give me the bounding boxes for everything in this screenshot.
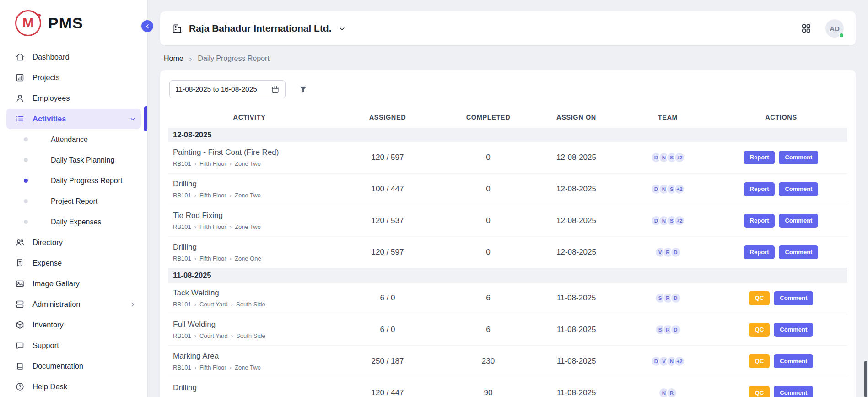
comment-button[interactable]: Comment <box>779 245 818 259</box>
qc-button[interactable]: QC <box>749 386 770 397</box>
breadcrumb-current: Daily Progress Report <box>198 54 270 63</box>
comment-button[interactable]: Comment <box>774 291 813 305</box>
completed-cell: 0 <box>445 248 532 257</box>
sidebar-item-administration[interactable]: Administration <box>6 294 141 315</box>
qc-button[interactable]: QC <box>749 291 770 305</box>
activity-cell: Tie Rod Fixing RB101›Fifth Floor›Zone Tw… <box>168 207 330 234</box>
scrollbar-thumb[interactable] <box>864 361 867 397</box>
avatar-initials: AD <box>830 25 840 33</box>
documentation-icon <box>15 361 25 371</box>
assigned-cell: 120 / 597 <box>330 248 445 257</box>
sidebar-item-activities[interactable]: Activities <box>6 109 141 129</box>
team-cell: NR <box>621 387 715 397</box>
app-root: M PMS Dashboard Projects Employees Activ… <box>0 0 868 397</box>
topbar-right: AD <box>801 19 844 38</box>
comment-button[interactable]: Comment <box>774 354 813 368</box>
activity-name: Tack Welding <box>173 288 329 298</box>
location-segment: South Side <box>236 332 265 339</box>
qc-button[interactable]: QC <box>749 354 770 368</box>
activity-location: RB101›Fifth Floor›Zone Two <box>173 223 329 230</box>
team-more-count: +2 <box>674 184 685 195</box>
filter-row: 11-08-2025 to 16-08-2025 <box>168 79 847 107</box>
logo: M PMS <box>0 0 147 46</box>
sidebar-subitem-daily-task-planning[interactable]: Daily Task Planning <box>6 150 141 170</box>
sidebar-item-directory[interactable]: Directory <box>6 232 141 253</box>
sidebar-item-employees[interactable]: Employees <box>6 88 141 109</box>
chevron-right-icon: › <box>230 364 232 370</box>
comment-button[interactable]: Comment <box>779 182 818 196</box>
date-range-input[interactable]: 11-08-2025 to 16-08-2025 <box>169 80 286 98</box>
team-avatar: D <box>670 324 681 335</box>
comment-button[interactable]: Comment <box>774 323 813 337</box>
report-button[interactable]: Report <box>744 245 775 259</box>
sidebar-item-label: Dashboard <box>32 53 70 61</box>
qc-button[interactable]: QC <box>749 323 770 337</box>
actions-cell: QCComment <box>715 386 847 397</box>
activity-name: Full Welding <box>173 320 329 329</box>
comment-button[interactable]: Comment <box>779 214 818 228</box>
date-group-header: 12-08-2025 <box>168 128 847 142</box>
sidebar-item-image-gallary[interactable]: Image Gallary <box>6 273 141 294</box>
team-more-count: +2 <box>674 356 685 367</box>
team-cell: DNS+2 <box>621 184 715 195</box>
sidebar-item-documentation[interactable]: Documentation <box>6 356 141 376</box>
breadcrumb-home[interactable]: Home <box>164 54 183 63</box>
completed-cell: 0 <box>445 216 532 225</box>
activity-location: RB101›Fifth Floor›Zone Two <box>173 192 329 199</box>
table-row: Tack Welding RB101›Court Yard›South Side… <box>168 283 847 314</box>
location-segment: Zone Two <box>235 192 261 199</box>
activity-location: RB101›Fifth Floor›Zone Two <box>173 364 329 371</box>
location-segment: Court Yard <box>199 301 228 308</box>
team-more-count: +2 <box>674 152 685 163</box>
filter-icon[interactable] <box>298 85 308 94</box>
comment-button[interactable]: Comment <box>779 151 818 164</box>
sidebar-item-inventory[interactable]: Inventory <box>6 315 141 335</box>
report-button[interactable]: Report <box>744 214 775 228</box>
location-segment: RB101 <box>173 301 191 308</box>
sidebar-item-projects[interactable]: Projects <box>6 67 141 88</box>
team-cell: DNS+2 <box>621 152 715 163</box>
sidebar-item-help-desk[interactable]: Help Desk <box>6 376 141 397</box>
completed-cell: 90 <box>445 388 532 397</box>
location-segment: Zone Two <box>235 223 261 230</box>
sidebar-item-expense[interactable]: Expense <box>6 253 141 273</box>
report-button[interactable]: Report <box>744 151 775 164</box>
comment-button[interactable]: Comment <box>774 386 813 397</box>
sidebar-nav: Dashboard Projects Employees Activities … <box>0 46 147 397</box>
content-card: 11-08-2025 to 16-08-2025 ACTIVITYASSIGNE… <box>160 70 856 397</box>
location-segment: Fifth Floor <box>199 192 226 199</box>
team-cell: VRD <box>621 247 715 258</box>
date-range-value: 11-08-2025 to 16-08-2025 <box>175 85 257 93</box>
location-segment: Zone Two <box>235 364 261 371</box>
avatar[interactable]: AD <box>825 19 844 38</box>
apps-grid-icon[interactable] <box>801 23 812 34</box>
sidebar-item-support[interactable]: Support <box>6 335 141 356</box>
table-row: Tie Rod Fixing RB101›Fifth Floor›Zone Tw… <box>168 205 847 237</box>
chevron-right-icon: › <box>194 364 196 370</box>
sidebar-item-dashboard[interactable]: Dashboard <box>6 47 141 67</box>
sidebar-item-label: Help Desk <box>32 382 67 391</box>
sidebar-subitem-daily-progress-report[interactable]: Daily Progress Report <box>6 170 141 191</box>
bullet-dot-icon <box>24 137 28 141</box>
table-header: ACTIVITYASSIGNEDCOMPLETEDASSIGN ONTEAMAC… <box>168 107 847 128</box>
chevron-right-icon: › <box>194 161 196 167</box>
activity-cell: Drilling RB101›Fifth Floor›Zone One <box>168 239 330 266</box>
sidebar-item-label: Documentation <box>32 362 83 370</box>
activities-icon <box>15 114 25 124</box>
report-button[interactable]: Report <box>744 182 775 196</box>
activity-location: RB101›Court Yard›South Side <box>173 332 329 339</box>
sidebar-collapse-button[interactable] <box>140 19 154 33</box>
company-selector[interactable]: Raja Bahadur International Ltd. <box>172 23 346 34</box>
sidebar-subitem-daily-expenses[interactable]: Daily Expenses <box>6 212 141 232</box>
location-segment: Zone Two <box>235 160 261 167</box>
bullet-dot-icon <box>24 220 28 224</box>
sidebar-item-label: Directory <box>32 238 63 247</box>
team-avatar: D <box>670 247 681 258</box>
chevron-left-icon <box>144 23 151 30</box>
main-area: Raja Bahadur International Ltd. AD Home … <box>148 0 868 397</box>
assign-on-cell: 12-08-2025 <box>532 248 621 257</box>
sidebar-subitem-label: Attendance <box>51 136 88 144</box>
sidebar-subitem-project-report[interactable]: Project Report <box>6 191 141 212</box>
completed-cell: 6 <box>445 294 532 303</box>
sidebar-subitem-attendance[interactable]: Attendance <box>6 129 141 150</box>
